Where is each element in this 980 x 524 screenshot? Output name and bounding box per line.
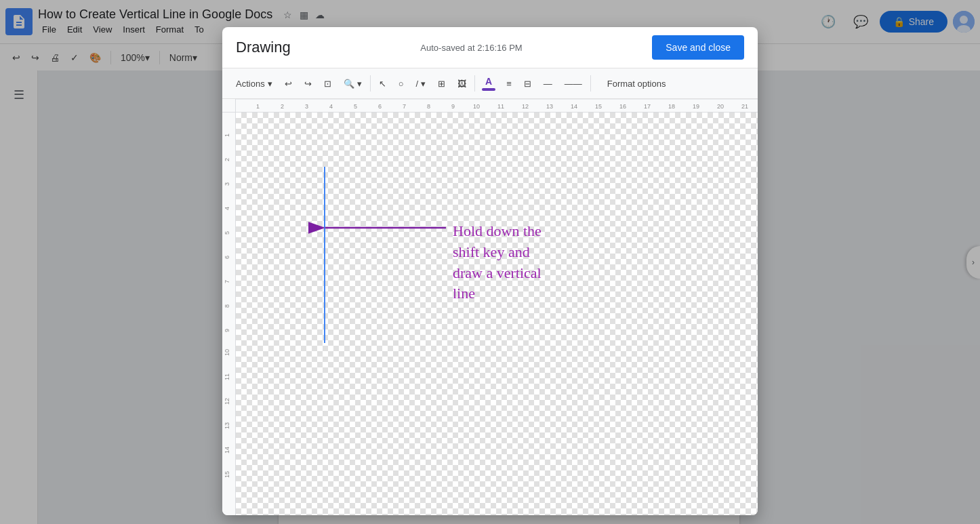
- align-h-btn[interactable]: ≡: [501, 73, 517, 94]
- svg-text:2: 2: [224, 158, 230, 161]
- drawing-title: Drawing: [236, 39, 291, 56]
- dash1-btn[interactable]: —: [538, 73, 558, 94]
- svg-text:10: 10: [224, 349, 230, 356]
- drawing-canvas-area: 1 2 3 4 5 6 7 8 9 10 11 12 13: [222, 113, 758, 515]
- shapes-tool-btn[interactable]: ○: [393, 73, 409, 94]
- svg-text:12: 12: [224, 398, 230, 405]
- svg-text:11: 11: [224, 374, 230, 380]
- svg-text:15: 15: [595, 103, 602, 110]
- ruler-horizontal: 1 2 3 4 5 6 7 8 9 10 11 12 13: [236, 99, 758, 113]
- svg-text:20: 20: [717, 103, 724, 110]
- line-tool-btn[interactable]: / ▾: [411, 73, 432, 94]
- canvas-annotation: Hold down the shift key and draw a verti…: [453, 221, 542, 304]
- format-options-btn[interactable]: Format options: [599, 73, 674, 94]
- annotation-line2: shift key and: [453, 242, 542, 263]
- color-tool-btn[interactable]: A: [478, 73, 499, 94]
- image-tool-btn[interactable]: 🖼: [452, 73, 472, 94]
- actions-label: Actions: [236, 79, 265, 89]
- align-v-btn[interactable]: ⊟: [518, 73, 537, 94]
- zoom-dropdown-icon-2: ▾: [357, 79, 362, 89]
- drawing-toolbar: Actions ▾ ↩ ↪ ⊡ 🔍 ▾ ↖ ○ / ▾ ⊞ 🖼 A: [222, 68, 758, 99]
- drawing-zoom-btn[interactable]: 🔍 ▾: [338, 73, 367, 94]
- dt-divider-2: [474, 75, 475, 92]
- select-tool-btn[interactable]: ↖: [373, 73, 392, 94]
- drawing-header: Drawing Auto-saved at 2:16:16 PM Save an…: [222, 27, 758, 68]
- svg-text:19: 19: [693, 103, 699, 110]
- annotation-line4: line: [453, 283, 542, 304]
- svg-text:4: 4: [224, 207, 230, 210]
- autosaved-text: Auto-saved at 2:16:16 PM: [420, 43, 522, 53]
- svg-text:6: 6: [378, 103, 382, 110]
- actions-button[interactable]: Actions ▾: [230, 73, 278, 94]
- svg-text:2: 2: [281, 103, 284, 110]
- dt-divider-1: [370, 75, 371, 92]
- svg-text:14: 14: [224, 447, 230, 454]
- svg-text:1: 1: [224, 134, 230, 137]
- line-dropdown-icon: ▾: [421, 79, 426, 89]
- color-indicator: [482, 88, 495, 91]
- annotation-line3: draw a vertical: [453, 263, 542, 284]
- drawing-canvas-wrapper[interactable]: 1 2 3 4 5 6 7 8 9 10 11 12 13: [222, 99, 758, 515]
- svg-text:1: 1: [256, 103, 260, 110]
- svg-text:12: 12: [522, 103, 529, 110]
- drawing-undo-btn[interactable]: ↩: [279, 73, 298, 94]
- svg-text:21: 21: [741, 103, 748, 110]
- svg-text:13: 13: [224, 422, 230, 429]
- svg-text:8: 8: [427, 103, 430, 110]
- table-tool-btn[interactable]: ⊞: [432, 73, 451, 94]
- drawing-canvas[interactable]: Hold down the shift key and draw a verti…: [236, 113, 758, 515]
- svg-text:15: 15: [224, 471, 230, 478]
- svg-text:9: 9: [224, 329, 230, 332]
- line-icon: /: [416, 79, 419, 89]
- dash2-btn[interactable]: ——: [559, 73, 588, 94]
- svg-text:3: 3: [224, 182, 230, 186]
- svg-text:9: 9: [451, 103, 455, 110]
- color-label: A: [485, 76, 492, 87]
- svg-text:16: 16: [619, 103, 626, 110]
- canvas-vertical-line: [324, 167, 325, 343]
- svg-text:6: 6: [224, 256, 230, 259]
- drawing-redo-btn[interactable]: ↪: [299, 73, 317, 94]
- svg-text:8: 8: [224, 304, 230, 308]
- ruler-vertical: 1 2 3 4 5 6 7 8 9 10 11 12 13: [222, 113, 236, 515]
- save-close-button[interactable]: Save and close: [652, 35, 744, 60]
- dt-divider-3: [590, 75, 591, 92]
- svg-text:10: 10: [473, 103, 480, 110]
- svg-text:5: 5: [224, 231, 230, 235]
- svg-text:5: 5: [354, 103, 357, 110]
- zoom-icon: 🔍: [344, 79, 354, 89]
- drawing-crop-btn[interactable]: ⊡: [319, 73, 337, 94]
- canvas-arrow: [304, 201, 453, 255]
- svg-text:14: 14: [571, 103, 577, 110]
- svg-text:3: 3: [305, 103, 308, 110]
- svg-text:4: 4: [329, 103, 333, 110]
- svg-text:7: 7: [403, 103, 406, 110]
- svg-text:7: 7: [224, 280, 230, 283]
- svg-text:17: 17: [644, 103, 651, 110]
- svg-text:13: 13: [546, 103, 553, 110]
- modal-overlay: Drawing Auto-saved at 2:16:16 PM Save an…: [0, 0, 980, 524]
- annotation-line1: Hold down the: [453, 221, 542, 242]
- drawing-dialog: Drawing Auto-saved at 2:16:16 PM Save an…: [222, 27, 758, 515]
- actions-dropdown-icon: ▾: [268, 79, 272, 89]
- svg-text:11: 11: [497, 103, 504, 110]
- svg-text:18: 18: [668, 103, 675, 110]
